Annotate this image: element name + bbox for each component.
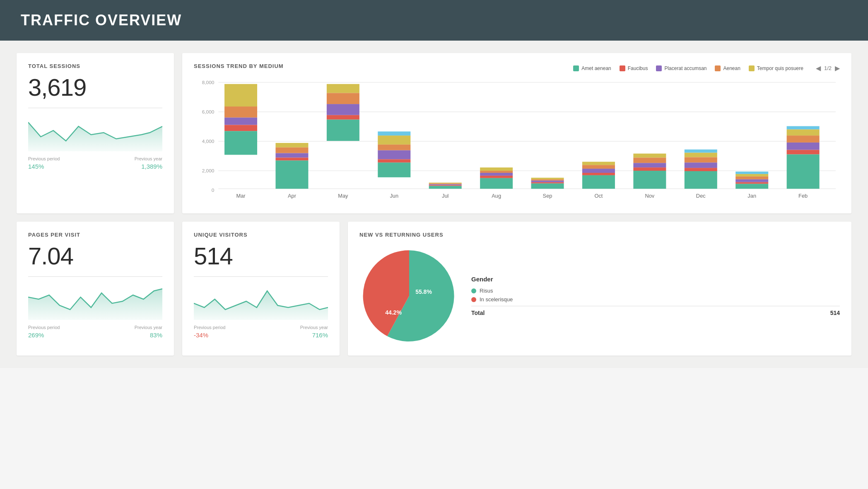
ppv-prev-year-pct: 83% [150, 332, 162, 339]
unique-visitors-card: UNIQUE VISITORS 514 Previous period [182, 222, 340, 356]
svg-text:55.8%: 55.8% [415, 288, 432, 295]
svg-rect-43 [480, 173, 513, 176]
svg-rect-41 [480, 167, 513, 171]
svg-rect-56 [582, 173, 615, 175]
svg-rect-61 [633, 163, 666, 167]
svg-rect-11 [224, 107, 257, 118]
svg-text:Nov: Nov [645, 193, 654, 199]
svg-rect-37 [429, 184, 462, 185]
uv-prev-period-pct: -34% [194, 332, 208, 339]
svg-rect-70 [685, 171, 717, 189]
unique-visitors-title: UNIQUE VISITORS [194, 232, 328, 238]
svg-rect-22 [327, 84, 359, 93]
next-page-button[interactable]: ▶ [835, 64, 840, 72]
svg-rect-35 [429, 183, 462, 184]
svg-rect-31 [378, 150, 410, 160]
svg-rect-42 [480, 171, 513, 173]
svg-rect-24 [327, 104, 359, 115]
legend-item-3: Placerat accumsan [656, 65, 706, 71]
ppv-prev-labels: Previous period Previous year [28, 325, 162, 330]
svg-rect-25 [327, 115, 359, 120]
svg-rect-77 [735, 184, 768, 189]
svg-rect-33 [378, 162, 410, 177]
uv-sparkline [194, 283, 328, 320]
svg-rect-79 [787, 126, 820, 129]
svg-text:Sep: Sep [543, 193, 552, 199]
svg-rect-67 [685, 157, 717, 162]
svg-rect-82 [787, 143, 820, 150]
header: TRAFFIC OVERVIEW [0, 0, 868, 41]
svg-text:8,000: 8,000 [202, 80, 215, 85]
sessions-legend: Amet aenean Faucibus Placerat accumsan A… [573, 65, 803, 71]
svg-rect-30 [378, 145, 410, 150]
prev-page-button[interactable]: ◀ [816, 64, 821, 72]
pie-chart: 55.8% 44.2% [359, 246, 459, 346]
svg-text:Apr: Apr [288, 193, 297, 199]
ppv-prev-values: 269% 83% [28, 332, 162, 339]
svg-rect-54 [582, 165, 615, 169]
svg-rect-47 [531, 178, 564, 179]
sessions-prev-year-pct: 1,389% [141, 163, 162, 170]
legend-dot-5 [749, 65, 755, 71]
svg-rect-29 [378, 136, 410, 145]
legend-dot-4 [715, 65, 721, 71]
svg-rect-45 [480, 178, 513, 189]
svg-rect-69 [685, 168, 717, 171]
svg-rect-19 [275, 157, 308, 160]
dashboard: TOTAL SESSIONS 3,619 Previous period Pre… [0, 41, 868, 368]
svg-rect-66 [685, 153, 717, 157]
gender-legend: Gender Risus In scelerisque Total 514 [471, 276, 840, 316]
legend-dot-3 [656, 65, 662, 71]
legend-item-1: Amet aenean [573, 65, 611, 71]
uv-prev-year-pct: 716% [312, 332, 328, 339]
sessions-trend-header: SESSIONS TREND BY MEDIUM Amet aenean Fau… [194, 63, 840, 73]
svg-rect-81 [787, 136, 820, 143]
gender-dot-risus [471, 288, 476, 293]
svg-text:Jun: Jun [390, 193, 398, 199]
gender-dot-scelerisque [471, 297, 476, 302]
legend-dot-2 [620, 65, 625, 71]
svg-rect-23 [327, 93, 359, 104]
svg-rect-59 [633, 154, 666, 158]
sessions-prev-labels: Previous period Previous year [28, 156, 162, 161]
total-sessions-card: TOTAL SESSIONS 3,619 Previous period Pre… [17, 53, 174, 213]
ppv-sparkline [28, 283, 162, 320]
svg-rect-60 [633, 157, 666, 163]
svg-rect-18 [275, 153, 308, 158]
svg-rect-80 [787, 129, 820, 136]
sessions-prev-values: 145% 1,389% [28, 163, 162, 170]
svg-rect-75 [735, 179, 768, 182]
svg-rect-14 [224, 131, 257, 155]
svg-text:6,000: 6,000 [202, 109, 215, 115]
svg-text:2,000: 2,000 [202, 168, 215, 174]
svg-text:Jan: Jan [747, 193, 756, 199]
svg-rect-44 [480, 176, 513, 178]
gender-total-label: Total [471, 310, 485, 316]
svg-rect-65 [685, 150, 717, 153]
svg-rect-49 [531, 181, 564, 182]
svg-rect-63 [633, 171, 666, 189]
svg-rect-72 [735, 172, 768, 174]
sessions-divider [28, 108, 162, 108]
svg-rect-76 [735, 182, 768, 184]
svg-rect-53 [582, 162, 615, 165]
svg-rect-10 [224, 84, 257, 107]
new-vs-returning-card: NEW VS RETURNING USERS [348, 222, 851, 356]
uv-prev-labels: Previous period Previous year [194, 325, 328, 330]
sessions-sparkline [28, 114, 162, 151]
legend-item-5: Tempor quis posuere [749, 65, 803, 71]
bottom-row: PAGES PER VISIT 7.04 Previous period [17, 222, 851, 356]
pie-section: 55.8% 44.2% Gender Risus In scelerisque [359, 242, 840, 346]
svg-rect-17 [275, 148, 308, 153]
page-title: TRAFFIC OVERVIEW [21, 12, 847, 29]
svg-text:Aug: Aug [492, 193, 501, 199]
svg-rect-26 [327, 120, 359, 141]
sessions-prev-period-pct: 145% [28, 163, 44, 170]
total-sessions-title: TOTAL SESSIONS [28, 63, 162, 69]
gender-total-row: Total 514 [471, 306, 840, 316]
svg-text:0: 0 [212, 187, 215, 193]
gender-total-value: 514 [830, 310, 840, 316]
svg-text:4,000: 4,000 [202, 138, 215, 144]
svg-rect-38 [429, 185, 462, 186]
svg-rect-48 [531, 179, 564, 181]
